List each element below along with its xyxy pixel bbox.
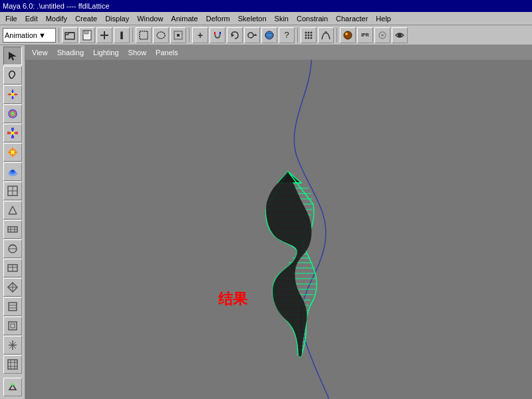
tool-17[interactable] [3, 355, 22, 374]
menu-animate[interactable]: Animate [167, 13, 201, 24]
menu-deform[interactable]: Deform [202, 13, 234, 24]
svg-rect-83 [8, 360, 17, 369]
tool-bottom[interactable] [3, 378, 22, 396]
tb-snap-curve[interactable] [318, 27, 334, 43]
svg-point-25 [311, 37, 313, 39]
toolbar-sep-1 [59, 28, 59, 43]
menu-file[interactable]: File [1, 13, 21, 24]
tb-show-hide[interactable] [392, 27, 408, 43]
tool-11[interactable] [3, 239, 22, 258]
vp-view[interactable]: View [28, 47, 52, 58]
tb-save[interactable] [79, 27, 95, 43]
menu-skeleton[interactable]: Skeleton [234, 13, 271, 24]
vp-panels[interactable]: Panels [152, 47, 182, 58]
tool-9[interactable] [3, 201, 22, 219]
svg-rect-2 [84, 31, 88, 34]
menu-display[interactable]: Display [101, 13, 133, 24]
tb-lasso-sel[interactable] [153, 27, 169, 43]
tb-key[interactable] [244, 27, 260, 43]
svg-point-24 [308, 37, 310, 39]
svg-point-19 [311, 31, 313, 33]
svg-point-42 [11, 112, 14, 115]
tool-lasso[interactable] [3, 66, 22, 84]
svg-point-22 [311, 34, 313, 36]
menu-bar: File Edit Modify Create Display Window A… [0, 12, 532, 25]
svg-marker-32 [9, 52, 17, 61]
svg-point-28 [345, 33, 348, 35]
tool-soft-sel[interactable] [3, 162, 22, 181]
tool-13[interactable] [3, 278, 22, 297]
svg-line-60 [9, 206, 13, 214]
tb-snap-grid[interactable] [301, 27, 317, 43]
tb-sphere[interactable] [261, 27, 277, 43]
tool-10[interactable] [3, 220, 22, 239]
svg-point-12 [248, 33, 253, 38]
tb-loop[interactable] [227, 27, 243, 43]
tool-16[interactable] [3, 336, 22, 354]
menu-edit[interactable]: Edit [21, 13, 42, 24]
menu-window[interactable]: Window [133, 13, 167, 24]
menu-help[interactable]: Help [372, 13, 395, 24]
tool-15[interactable] [3, 317, 22, 335]
svg-rect-49 [11, 132, 14, 134]
tool-scale[interactable] [3, 124, 22, 142]
svg-rect-5 [140, 31, 148, 39]
toolbar-sep-2 [132, 28, 133, 43]
tb-magnet[interactable] [209, 27, 225, 43]
svg-point-18 [308, 31, 310, 33]
svg-rect-39 [11, 93, 14, 96]
helix-shape [266, 172, 317, 357]
tool-14[interactable] [3, 297, 22, 316]
tb-3[interactable] [96, 27, 112, 43]
left-toolbar [0, 45, 25, 399]
svg-rect-0 [65, 33, 74, 39]
svg-rect-47 [7, 132, 10, 134]
menu-character[interactable]: Character [332, 13, 372, 24]
svg-point-31 [398, 33, 402, 37]
vp-shading[interactable]: Shading [53, 47, 88, 58]
animation-label: Animation [5, 31, 37, 39]
tb-open[interactable] [62, 27, 78, 43]
tb-options[interactable] [374, 27, 390, 43]
tool-move[interactable] [3, 85, 22, 104]
svg-rect-77 [9, 322, 17, 330]
tool-select[interactable] [3, 47, 22, 65]
tool-rotate[interactable] [3, 104, 22, 123]
dropdown-arrow: ▼ [39, 31, 46, 39]
tb-q[interactable]: ? [279, 27, 295, 43]
svg-point-27 [344, 31, 352, 39]
menu-constrain[interactable]: Constrain [293, 13, 332, 24]
tb-point-sel[interactable] [170, 27, 186, 43]
menu-create[interactable]: Create [71, 13, 101, 24]
svg-point-56 [11, 170, 15, 172]
svg-point-26 [325, 31, 327, 34]
main-area: View Shading Lighting Show Panels [0, 45, 532, 399]
vp-lighting[interactable]: Lighting [89, 47, 123, 58]
vp-show[interactable]: Show [124, 47, 151, 58]
viewport-menu: View Shading Lighting Show Panels [25, 45, 532, 60]
tb-ipr[interactable]: IPR [357, 27, 373, 43]
viewport-svg [25, 60, 532, 399]
tb-4[interactable]: ‖ [114, 27, 130, 43]
svg-marker-37 [7, 93, 10, 96]
result-label: 结果 [218, 289, 247, 309]
menu-skin[interactable]: Skin [271, 13, 293, 24]
tool-universal[interactable] [3, 143, 22, 162]
animation-dropdown[interactable]: Animation ▼ [3, 28, 56, 43]
svg-marker-35 [11, 89, 14, 92]
viewport[interactable]: View Shading Lighting Show Panels [25, 45, 532, 399]
svg-rect-53 [11, 151, 14, 154]
title-bar: Maya 6.0: .\untitled ---- ffdlLattice [0, 0, 532, 12]
svg-rect-48 [15, 132, 18, 134]
tb-select-box[interactable] [136, 27, 152, 43]
svg-point-6 [157, 32, 165, 39]
tool-8[interactable] [3, 182, 22, 200]
tb-add[interactable]: + [192, 27, 208, 43]
tool-12[interactable] [3, 259, 22, 277]
svg-point-21 [308, 34, 310, 36]
title-text: Maya 6.0: .\untitled ---- ffdlLattice [3, 2, 110, 10]
tb-render[interactable] [340, 27, 356, 43]
svg-point-89 [11, 383, 14, 386]
menu-modify[interactable]: Modify [42, 13, 71, 24]
svg-rect-8 [177, 34, 180, 37]
